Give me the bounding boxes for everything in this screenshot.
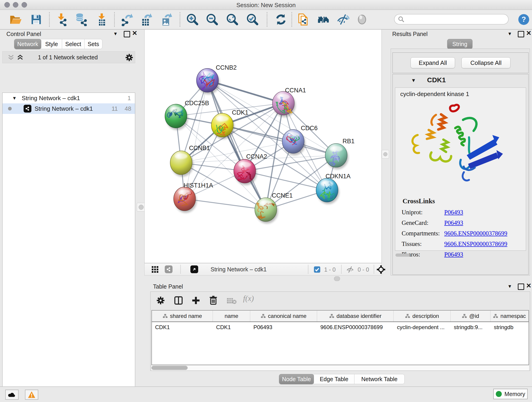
- column-header-description[interactable]: description: [394, 311, 450, 322]
- tab-network-table[interactable]: Network Table: [355, 374, 405, 384]
- open-session-button[interactable]: [9, 13, 22, 26]
- add-column-icon[interactable]: [191, 296, 201, 305]
- table-panel-menu-icon[interactable]: ▼: [507, 284, 512, 289]
- expand-all-button[interactable]: Expand All: [411, 57, 455, 68]
- control-panel-close-icon[interactable]: ✕: [132, 31, 137, 36]
- collapse-all-button[interactable]: Collapse All: [462, 57, 510, 68]
- expand-all-icon[interactable]: [17, 54, 24, 61]
- zoom-in-button[interactable]: [186, 13, 199, 26]
- apply-layout-button[interactable]: [274, 13, 288, 26]
- show-columns-icon[interactable]: [174, 296, 183, 305]
- delete-table-icon[interactable]: [227, 297, 237, 305]
- network-from-document-button[interactable]: [297, 13, 311, 26]
- network-edge[interactable]: [207, 80, 266, 210]
- right-splitter-handle[interactable]: [382, 150, 389, 159]
- table-cell[interactable]: CDK1: [152, 322, 213, 332]
- export-table-button[interactable]: [140, 13, 153, 26]
- table-panel-float-icon[interactable]: [518, 283, 524, 290]
- horizontal-splitter-handle[interactable]: [334, 276, 340, 281]
- hide-unhide-button[interactable]: [336, 13, 350, 26]
- entry-collapse-icon[interactable]: ▼: [411, 77, 416, 83]
- table-cell[interactable]: stringdb: [491, 322, 529, 332]
- export-image-button[interactable]: [159, 13, 173, 26]
- toolbar-search-field[interactable]: [394, 14, 509, 25]
- save-session-button[interactable]: [29, 13, 43, 26]
- collection-expand-icon[interactable]: ▼: [12, 96, 17, 101]
- network-node-cdc25b[interactable]: CDC25B: [165, 100, 209, 130]
- network-collection-row[interactable]: ▼ String Network – cdk1 1: [2, 93, 135, 103]
- export-network-button[interactable]: [120, 13, 134, 26]
- selected-checkbox-icon[interactable]: [314, 266, 321, 273]
- zoom-out-button[interactable]: [205, 13, 219, 26]
- help-button[interactable]: ?: [517, 13, 531, 26]
- crosslink-compartments[interactable]: 9606.ENSP00000378699: [444, 230, 507, 237]
- birdseye-grid-icon[interactable]: [152, 266, 159, 273]
- network-edge[interactable]: [185, 199, 266, 210]
- results-panel-float-icon[interactable]: [518, 31, 524, 37]
- table-hscrollbar[interactable]: [152, 365, 529, 370]
- column-header--id[interactable]: @id: [451, 311, 491, 322]
- string-view-icon[interactable]: [165, 265, 172, 273]
- network-node-cdk1[interactable]: CDK1: [211, 109, 248, 139]
- stringify-button[interactable]: [317, 13, 330, 26]
- table-panel-close-icon[interactable]: ✕: [526, 283, 531, 288]
- crosslink-uniprot[interactable]: P06493: [444, 209, 463, 216]
- network-row-selected[interactable]: String Network – cdk1 11 48: [2, 103, 135, 114]
- network-node-ccne1[interactable]: CCNE1: [255, 192, 293, 224]
- table-cell[interactable]: cyclin-dependent ...: [394, 322, 450, 332]
- column-header-name[interactable]: name: [213, 311, 250, 322]
- tab-edge-table[interactable]: Edge Table: [314, 374, 355, 384]
- fit-selected-crosshair-icon[interactable]: [376, 265, 386, 274]
- cloud-status-button[interactable]: [5, 390, 19, 400]
- memory-button[interactable]: Memory: [493, 389, 528, 399]
- tab-sets[interactable]: Sets: [85, 39, 102, 49]
- table-cell[interactable]: 9606.ENSP00000378699: [317, 322, 394, 332]
- crosslink-tissues[interactable]: 9606.ENSP00000378699: [444, 240, 507, 248]
- results-panel-close-icon[interactable]: ✕: [526, 31, 531, 36]
- function-builder-icon[interactable]: f(x): [243, 294, 254, 303]
- tab-style[interactable]: Style: [41, 39, 62, 49]
- results-scrollbar-thumb[interactable]: [395, 254, 410, 257]
- tab-network[interactable]: Network: [14, 39, 41, 49]
- tab-select[interactable]: Select: [62, 39, 85, 49]
- zoom-fit-button[interactable]: [225, 13, 239, 26]
- network-graph[interactable]: CCNB2CCNA1CDC25BCDK1CDC6RB1CCNB1CCNA2CDK…: [145, 30, 381, 263]
- collapse-all-icon[interactable]: [7, 54, 14, 61]
- network-edge[interactable]: [245, 171, 327, 190]
- table-hscrollbar-thumb[interactable]: [152, 366, 188, 370]
- search-input[interactable]: [405, 16, 504, 23]
- tab-string[interactable]: String: [447, 39, 472, 49]
- table-cell[interactable]: stringdb:9...: [451, 322, 491, 332]
- crosslink-genecard[interactable]: P06493: [444, 219, 463, 226]
- tab-node-table[interactable]: Node Table: [279, 374, 314, 384]
- table-cell[interactable]: P06493: [250, 322, 317, 332]
- zoom-selected-button[interactable]: [246, 13, 259, 26]
- delete-column-icon[interactable]: [209, 295, 218, 305]
- network-node-ccna1[interactable]: CCNA1: [272, 87, 306, 117]
- warnings-button[interactable]: [25, 390, 38, 400]
- network-node-cdkn1a[interactable]: CDKN1A: [316, 173, 351, 204]
- network-node-rb1[interactable]: RB1: [325, 138, 355, 169]
- open-in-window-icon[interactable]: [190, 265, 198, 273]
- hidden-eye-slash-icon[interactable]: [346, 266, 354, 273]
- column-header-database-identifier[interactable]: database identifier: [317, 311, 394, 322]
- table-gear-icon[interactable]: [156, 296, 165, 305]
- import-network-from-database-button[interactable]: [75, 13, 89, 26]
- network-node-cdc6[interactable]: CDC6: [282, 125, 317, 155]
- network-edge[interactable]: [185, 80, 208, 199]
- table-cell[interactable]: CDK1: [213, 322, 250, 332]
- table-row[interactable]: CDK1CDK1P064939606.ENSP00000378699cyclin…: [152, 322, 529, 332]
- column-header-namespac[interactable]: namespac: [491, 311, 529, 322]
- control-panel-menu-icon[interactable]: ▼: [113, 31, 118, 36]
- control-panel-float-icon[interactable]: [124, 31, 130, 37]
- import-table-button[interactable]: [95, 13, 109, 26]
- import-network-button[interactable]: [56, 13, 69, 26]
- network-canvas[interactable]: CCNB2CCNA1CDC25BCDK1CDC6RB1CCNB1CCNA2CDK…: [144, 29, 382, 263]
- results-panel-menu-icon[interactable]: ▼: [507, 31, 512, 36]
- gear-icon[interactable]: [125, 53, 133, 62]
- column-header-shared-name[interactable]: shared name: [152, 311, 213, 322]
- visual-inspector-button[interactable]: [355, 13, 369, 26]
- network-node-hist1h1a[interactable]: HIST1H1A: [174, 182, 213, 213]
- column-header-canonical-name[interactable]: canonical name: [250, 311, 317, 322]
- network-node-ccnb2[interactable]: CCNB2: [196, 64, 237, 95]
